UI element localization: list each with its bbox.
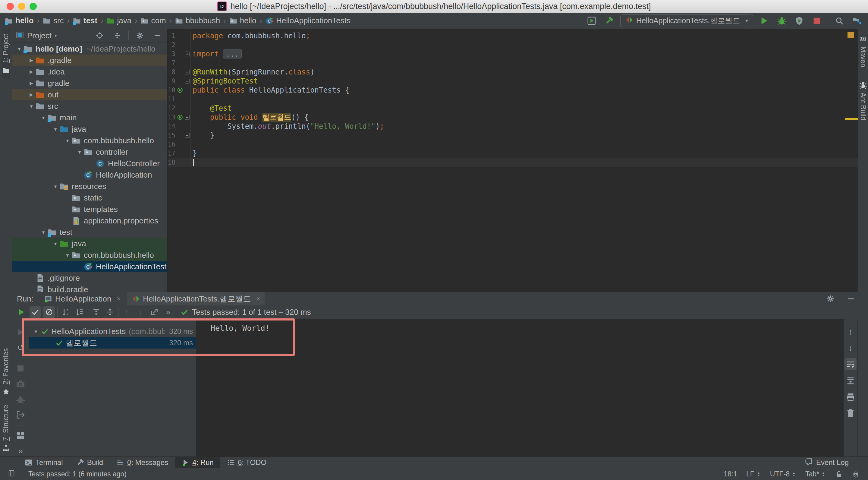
breadcrumb-helloapplicationtests[interactable]: CHelloApplicationTests: [266, 16, 350, 25]
settings-button[interactable]: [133, 29, 146, 42]
tree-item-test[interactable]: ▼test: [12, 227, 167, 238]
tree-item-out[interactable]: ▶out: [12, 89, 167, 100]
fold-minus-icon[interactable]: −: [185, 70, 190, 74]
project-panel-title[interactable]: Project: [27, 31, 52, 40]
stripe-button-2-favorites[interactable]: 2: Favorites: [2, 343, 10, 400]
tree-item-gradle[interactable]: ▶gradle: [12, 78, 167, 89]
run-gutter-slot[interactable]: [177, 86, 184, 95]
breadcrumb-bbubbush[interactable]: bbubbush: [175, 16, 220, 25]
thread-dump-button[interactable]: [14, 379, 27, 390]
close-window-button[interactable]: [7, 3, 14, 10]
tree-open-arrow-icon[interactable]: ▼: [39, 115, 48, 120]
build-project-button[interactable]: [603, 14, 615, 27]
tree-item-build-gradle[interactable]: build.gradle: [12, 284, 167, 292]
tool-window-button-build[interactable]: Build: [70, 457, 110, 468]
test-result-method[interactable]: 헬로월드320 ms: [29, 337, 196, 349]
stop-button[interactable]: [14, 363, 27, 374]
run-tab-helloapplicationtests-헬로월드[interactable]: HelloApplicationTests.헬로월드×: [127, 292, 265, 305]
rerun-failed-tests-button[interactable]: [14, 327, 27, 338]
tool-window-button-0-messages[interactable]: 0: Messages: [110, 457, 175, 468]
tree-item-com-bbubbush-hello[interactable]: ▼com.bbubbush.hello: [12, 135, 167, 146]
tree-item-hello-demo-[interactable]: ▼hello [demo]~/IdeaProjects/hello: [12, 43, 167, 55]
stop-button[interactable]: [810, 14, 823, 27]
tree-open-arrow-icon[interactable]: ▼: [31, 329, 41, 334]
test-console-output[interactable]: Hello, World!: [196, 319, 843, 456]
tree-closed-arrow-icon[interactable]: ▶: [27, 58, 36, 63]
minimize-button[interactable]: [844, 293, 857, 305]
expand-all-button[interactable]: [90, 306, 102, 318]
tool-window-button-terminal[interactable]: Terminal: [18, 457, 70, 468]
tree-item--idea[interactable]: ▶.idea: [12, 66, 167, 78]
tree-open-arrow-icon[interactable]: ▼: [75, 150, 84, 155]
scroll-to-end-button[interactable]: [844, 374, 857, 387]
minimize-window-button[interactable]: [18, 3, 25, 10]
run-tab-helloapplication[interactable]: HelloApplication×: [39, 292, 125, 305]
more-button[interactable]: »: [14, 446, 27, 457]
sort-alphabetically-button[interactable]: az: [60, 306, 71, 318]
tree-item-templates[interactable]: templates: [12, 204, 167, 215]
collapse-all-button[interactable]: [104, 306, 116, 318]
status-widget-ide-errors[interactable]: [852, 470, 860, 478]
run-gutter-slot[interactable]: [177, 113, 184, 122]
breadcrumb-hello[interactable]: hello: [5, 16, 34, 25]
tree-open-arrow-icon[interactable]: ▼: [51, 127, 60, 132]
run-button[interactable]: [758, 14, 771, 27]
breadcrumb-hello[interactable]: hello: [229, 16, 256, 25]
tree-item-src[interactable]: ▼src: [12, 100, 167, 112]
debug-button[interactable]: [775, 14, 788, 27]
layout-settings-button[interactable]: [14, 430, 27, 441]
scroll-down-button[interactable]: ↓: [844, 342, 857, 354]
tree-item-java[interactable]: ▼java: [12, 238, 167, 249]
tree-open-arrow-icon[interactable]: ▼: [27, 104, 36, 109]
rerun-button[interactable]: [16, 306, 27, 318]
stripe-button-ant-build[interactable]: Ant Build: [859, 81, 868, 120]
detach-button[interactable]: [14, 410, 27, 421]
breadcrumb-src[interactable]: src: [43, 16, 64, 25]
tree-item-resources[interactable]: ▼resources: [12, 181, 167, 192]
run-configuration-select[interactable]: HelloApplicationTests.헬로월드 ▾: [620, 14, 753, 27]
breadcrumb-test[interactable]: test: [73, 16, 97, 25]
more-button[interactable]: »: [162, 306, 174, 318]
tree-item--gitignore[interactable]: .gitignore: [12, 272, 167, 284]
tree-item-application-properties[interactable]: application.properties: [12, 215, 167, 227]
tree-closed-arrow-icon[interactable]: ▶: [27, 81, 36, 86]
print-button[interactable]: [844, 391, 857, 403]
error-stripe-mark[interactable]: [845, 118, 858, 120]
breadcrumb-java[interactable]: java: [107, 16, 132, 25]
tree-open-arrow-icon[interactable]: ▼: [63, 253, 72, 258]
tree-item-helloapplication[interactable]: CHelloApplication: [12, 169, 167, 181]
status-widget-encoding[interactable]: UTF-8: [770, 470, 796, 478]
search-everywhere-button[interactable]: [833, 14, 846, 27]
settings-button[interactable]: [824, 293, 837, 305]
stripe-button-1-project[interactable]: 1: Project: [2, 29, 10, 79]
breadcrumb-com[interactable]: com: [141, 16, 166, 25]
event-log-button[interactable]: Event Log: [805, 458, 849, 467]
tree-closed-arrow-icon[interactable]: ▶: [27, 92, 36, 97]
select-opened-file-button[interactable]: [93, 29, 106, 42]
fold-column[interactable]: +: [184, 50, 191, 59]
status-widget-indent[interactable]: Tab*: [805, 470, 826, 478]
sort-by-duration-button[interactable]: [74, 306, 85, 318]
collapse-all-button[interactable]: [111, 29, 124, 42]
previous-failed-test-button[interactable]: ↑: [121, 306, 132, 318]
tree-item-java[interactable]: ▼java: [12, 123, 167, 135]
hide-button[interactable]: [151, 29, 164, 42]
inspection-status-marker[interactable]: [847, 32, 854, 38]
status-widget-caret-position[interactable]: 18:1: [724, 470, 737, 478]
scroll-up-button[interactable]: ↑: [844, 326, 857, 338]
close-tab-icon[interactable]: ×: [117, 295, 121, 303]
soft-wrap-button[interactable]: [844, 358, 857, 370]
fold-column[interactable]: −: [184, 77, 191, 86]
tool-window-button-6-todo[interactable]: 6: TODO: [220, 457, 273, 468]
run-with-coverage-button[interactable]: [793, 14, 806, 27]
tree-item-com-bbubbush-hello[interactable]: ▼com.bbubbush.hello: [12, 249, 167, 261]
tree-open-arrow-icon[interactable]: ▼: [51, 184, 60, 189]
tree-item-static[interactable]: static: [12, 192, 167, 204]
toggle-auto-test-button[interactable]: ↺: [14, 342, 27, 353]
tool-windows-button[interactable]: [585, 14, 598, 27]
tree-item-hellocontroller[interactable]: CHelloController: [12, 158, 167, 169]
tree-open-arrow-icon[interactable]: ▼: [63, 138, 72, 143]
test-result-class[interactable]: ▼HelloApplicationTests(com.bbubbush.hell…: [29, 326, 196, 337]
fold-plus-icon[interactable]: +: [185, 52, 190, 56]
tree-closed-arrow-icon[interactable]: ▶: [27, 69, 36, 74]
